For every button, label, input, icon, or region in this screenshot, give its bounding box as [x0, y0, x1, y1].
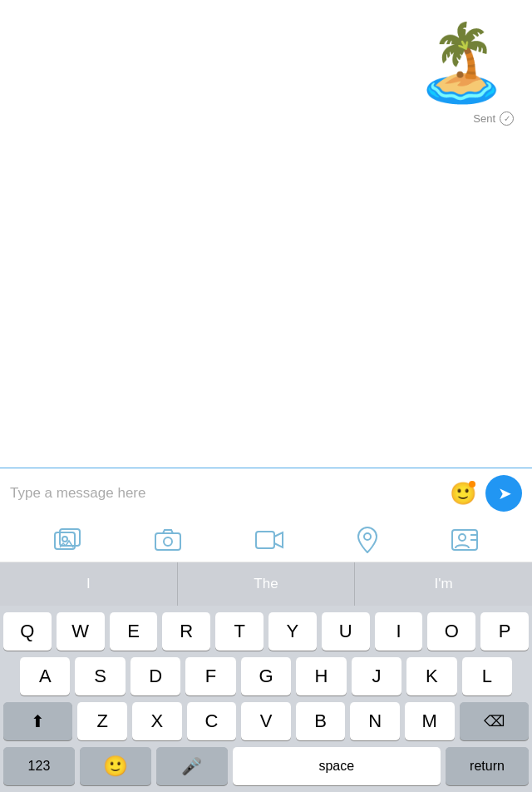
key-c[interactable]: C: [187, 702, 237, 740]
svg-rect-5: [256, 532, 274, 548]
key-i[interactable]: I: [375, 612, 423, 651]
key-k[interactable]: K: [406, 657, 456, 695]
send-button[interactable]: ➤: [485, 475, 522, 512]
key-b[interactable]: B: [296, 702, 346, 740]
svg-rect-3: [155, 533, 180, 550]
microphone-key[interactable]: 🎤: [156, 747, 228, 785]
camera-button[interactable]: [155, 529, 181, 551]
key-d[interactable]: D: [131, 657, 180, 695]
key-q[interactable]: Q: [3, 612, 52, 651]
svg-point-8: [459, 534, 466, 541]
key-m[interactable]: M: [405, 702, 455, 740]
key-row-1: Q W E R T Y U I O P: [3, 612, 529, 651]
key-p[interactable]: P: [480, 612, 529, 651]
key-f[interactable]: F: [185, 657, 235, 695]
key-v[interactable]: V: [241, 702, 291, 740]
key-t[interactable]: T: [215, 612, 264, 651]
key-r[interactable]: R: [162, 612, 210, 651]
sent-check-icon: ✓: [500, 111, 514, 126]
space-key[interactable]: space: [233, 747, 441, 785]
shift-key[interactable]: ⬆: [3, 702, 72, 740]
key-e[interactable]: E: [110, 612, 158, 651]
contact-button[interactable]: [451, 529, 478, 551]
photo-library-icon: [54, 528, 81, 552]
location-icon: [357, 527, 377, 553]
key-row-2: A S D F G H J K L: [3, 657, 529, 695]
delete-key[interactable]: ⌫: [460, 702, 529, 740]
key-s[interactable]: S: [75, 657, 125, 695]
sent-text: Sent: [473, 112, 495, 125]
message-area: 🏝️ Sent ✓: [0, 0, 532, 468]
key-w[interactable]: W: [57, 612, 105, 651]
key-z[interactable]: Z: [77, 702, 127, 740]
key-j[interactable]: J: [352, 657, 401, 695]
video-icon: [255, 529, 283, 551]
pred-word-i[interactable]: I: [0, 562, 178, 606]
return-key[interactable]: return: [446, 747, 529, 785]
notification-dot: [469, 481, 475, 488]
key-u[interactable]: U: [322, 612, 370, 651]
emoji-picker-button[interactable]: 🙂: [449, 479, 477, 507]
message-input[interactable]: [10, 485, 441, 502]
key-o[interactable]: O: [427, 612, 475, 651]
camera-icon: [155, 529, 181, 551]
svg-point-4: [164, 537, 172, 546]
send-icon: ➤: [498, 483, 512, 503]
predictive-bar: I The I'm: [0, 562, 532, 606]
contact-icon: [451, 529, 478, 551]
sent-status: Sent ✓: [473, 111, 514, 126]
key-a[interactable]: A: [20, 657, 70, 695]
keyboard: Q W E R T Y U I O P A S D F G H J K L ⬆ …: [0, 606, 532, 792]
key-row-3: ⬆ Z X C V B N M ⌫: [3, 702, 529, 740]
pred-word-the[interactable]: The: [178, 562, 356, 606]
pred-word-im[interactable]: I'm: [355, 562, 532, 606]
video-button[interactable]: [255, 529, 283, 551]
numbers-key[interactable]: 123: [3, 747, 75, 785]
sent-emoji: 🏝️: [407, 17, 515, 108]
svg-point-6: [364, 533, 371, 540]
input-area: 🙂 ➤: [0, 468, 532, 518]
attachment-toolbar: [0, 518, 532, 562]
key-l[interactable]: L: [462, 657, 512, 695]
key-row-bottom: 123 🙂 🎤 space return: [3, 747, 529, 789]
location-button[interactable]: [357, 527, 377, 553]
emoji-key[interactable]: 🙂: [80, 747, 151, 785]
key-g[interactable]: G: [241, 657, 291, 695]
photo-library-button[interactable]: [54, 528, 81, 552]
key-x[interactable]: X: [132, 702, 182, 740]
key-h[interactable]: H: [296, 657, 346, 695]
key-y[interactable]: Y: [268, 612, 317, 651]
svg-point-2: [62, 537, 67, 542]
key-n[interactable]: N: [350, 702, 400, 740]
